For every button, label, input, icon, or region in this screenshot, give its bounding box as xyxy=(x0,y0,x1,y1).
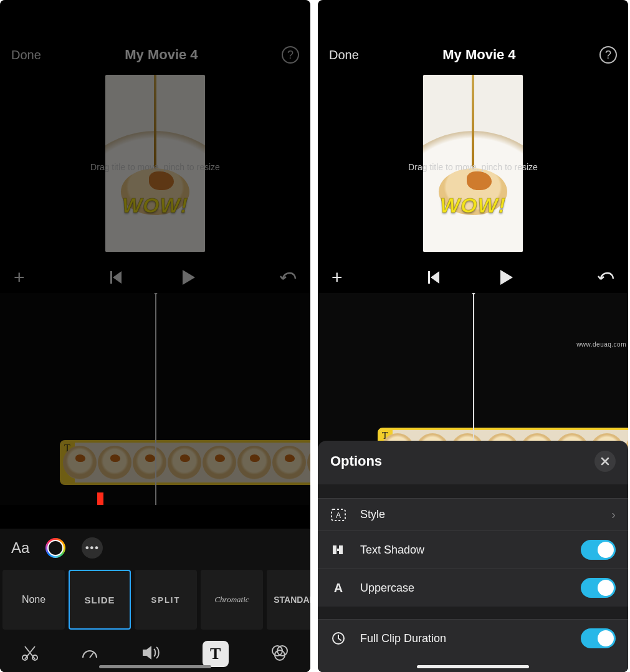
annotation-arrow xyxy=(92,492,107,505)
clip-thumb xyxy=(237,446,271,479)
drag-hint: Drag title to move, pinch to resize xyxy=(0,162,310,172)
add-media-button[interactable]: + xyxy=(332,267,343,288)
title-overlay-text[interactable]: WOW! xyxy=(423,193,523,218)
help-button[interactable]: ? xyxy=(599,46,617,64)
drag-hint: Drag title to move, pinch to resize xyxy=(318,162,628,172)
preview-area[interactable]: WOW! Drag title to move, pinch to resize xyxy=(0,75,310,262)
preview-area[interactable]: WOW! Drag title to move, pinch to resize xyxy=(318,75,628,262)
row-uppercase[interactable]: A Uppercase xyxy=(318,569,628,607)
more-options-button[interactable]: ••• xyxy=(82,537,103,559)
play-button[interactable] xyxy=(181,270,195,285)
style-none[interactable]: None xyxy=(2,570,65,630)
row-full-clip-duration[interactable]: Full Clip Duration xyxy=(318,619,628,657)
syrup-graphic xyxy=(467,171,492,190)
volume-tab-icon[interactable] xyxy=(141,645,160,663)
right-screenshot: Done My Movie 4 ? WOW! Drag title to mov… xyxy=(318,0,628,672)
chevron-right-icon: › xyxy=(611,507,616,522)
clip-thumb xyxy=(307,446,310,479)
svg-rect-9 xyxy=(337,549,340,551)
timeline[interactable]: T xyxy=(0,293,310,505)
left-screenshot: Done My Movie 4 ? WOW! Drag title to mov… xyxy=(0,0,310,672)
sheet-title: Options xyxy=(330,453,382,469)
options-sheet: Options A Style › xyxy=(318,441,628,672)
done-button[interactable]: Done xyxy=(11,48,41,62)
row-label: Full Clip Duration xyxy=(360,632,446,645)
row-text-shadow[interactable]: Text Shadow xyxy=(318,530,628,569)
add-media-button[interactable]: + xyxy=(14,267,25,288)
style-split[interactable]: SPLIT xyxy=(135,570,197,630)
undo-button[interactable] xyxy=(597,271,614,284)
help-button[interactable]: ? xyxy=(282,46,299,64)
timeline-controls: + xyxy=(0,262,310,293)
clip-thumb xyxy=(63,446,97,479)
title-toolbar: Aa ••• None SLIDE SPLIT Chromatic STANDA… xyxy=(0,529,310,672)
style-standard[interactable]: STANDARD xyxy=(267,570,310,630)
home-indicator[interactable] xyxy=(417,665,529,668)
project-title: My Movie 4 xyxy=(125,47,198,63)
text-shadow-toggle[interactable] xyxy=(581,540,616,560)
cut-tab-icon[interactable] xyxy=(21,644,39,664)
titles-tab-icon[interactable]: T xyxy=(203,641,229,667)
watermark: www.deuaq.com xyxy=(576,341,626,348)
speed-tab-icon[interactable] xyxy=(80,644,99,664)
clip-thumb xyxy=(133,446,166,479)
row-label: Style xyxy=(360,508,385,521)
uppercase-icon: A xyxy=(330,581,346,595)
sheet-separator xyxy=(318,607,628,619)
title-style-strip[interactable]: None SLIDE SPLIT Chromatic STANDARD xyxy=(0,567,310,636)
style-icon: A xyxy=(330,509,346,521)
sheet-separator xyxy=(318,484,628,498)
play-button[interactable] xyxy=(499,270,513,285)
color-picker-button[interactable] xyxy=(45,538,65,558)
header: Done My Movie 4 ? xyxy=(0,35,310,75)
style-chromatic[interactable]: Chromatic xyxy=(201,570,263,630)
skip-to-start-button[interactable] xyxy=(109,271,123,284)
project-title: My Movie 4 xyxy=(442,47,515,63)
clip-thumb xyxy=(203,446,236,479)
done-button[interactable]: Done xyxy=(329,48,359,62)
syrup-graphic xyxy=(149,171,174,190)
clip-thumb xyxy=(168,446,201,479)
full-clip-toggle[interactable] xyxy=(581,628,616,648)
clip-thumb xyxy=(98,446,131,479)
header: Done My Movie 4 ? xyxy=(318,35,628,75)
font-button[interactable]: Aa xyxy=(11,539,29,557)
row-label: Text Shadow xyxy=(360,544,424,557)
home-indicator[interactable] xyxy=(99,665,211,668)
undo-button[interactable] xyxy=(279,271,297,284)
svg-rect-7 xyxy=(333,545,336,554)
clip-thumb xyxy=(272,446,306,479)
timeline-clip[interactable]: T xyxy=(60,440,310,485)
timeline-controls: + xyxy=(318,262,628,293)
title-overlay-text[interactable]: WOW! xyxy=(105,193,205,218)
shadow-icon xyxy=(330,544,346,556)
style-slide[interactable]: SLIDE xyxy=(69,570,131,630)
playhead[interactable] xyxy=(155,293,156,505)
uppercase-toggle[interactable] xyxy=(581,578,616,598)
close-button[interactable] xyxy=(594,451,616,472)
clock-icon xyxy=(330,631,346,645)
row-style[interactable]: A Style › xyxy=(318,498,628,530)
svg-text:A: A xyxy=(336,511,341,520)
skip-to-start-button[interactable] xyxy=(427,271,441,284)
row-label: Uppercase xyxy=(360,582,414,595)
filters-tab-icon[interactable] xyxy=(270,644,289,664)
